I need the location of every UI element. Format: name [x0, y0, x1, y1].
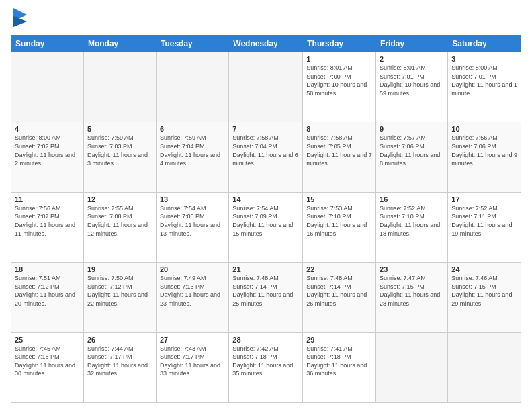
- weekday-thursday: Thursday: [303, 36, 376, 52]
- day-number: 8: [306, 125, 372, 133]
- calendar-cell: [11, 52, 84, 122]
- calendar-cell: 20Sunrise: 7:49 AMSunset: 7:13 PMDayligh…: [156, 263, 228, 332]
- calendar-cell: 24Sunrise: 7:46 AMSunset: 7:15 PMDayligh…: [448, 263, 521, 332]
- day-number: 5: [87, 125, 152, 133]
- weekday-friday: Friday: [376, 36, 448, 52]
- day-number: 11: [15, 195, 80, 203]
- day-number: 7: [232, 125, 299, 133]
- page: SundayMondayTuesdayWednesdayThursdayFrid…: [0, 0, 532, 411]
- day-number: 10: [451, 125, 517, 133]
- day-number: 12: [87, 195, 152, 203]
- day-info: Sunrise: 7:56 AMSunset: 7:07 PMDaylight:…: [15, 204, 80, 238]
- calendar-cell: [83, 52, 156, 122]
- calendar-cell: 23Sunrise: 7:47 AMSunset: 7:15 PMDayligh…: [376, 263, 448, 332]
- day-number: 26: [87, 336, 152, 344]
- weekday-tuesday: Tuesday: [156, 36, 228, 52]
- day-number: 17: [451, 195, 517, 203]
- header: [11, 8, 521, 30]
- calendar-cell: 3Sunrise: 8:00 AMSunset: 7:01 PMDaylight…: [448, 52, 521, 122]
- calendar-cell: [156, 52, 228, 122]
- day-info: Sunrise: 7:49 AMSunset: 7:13 PMDaylight:…: [160, 274, 225, 308]
- week-row-2: 4Sunrise: 8:00 AMSunset: 7:02 PMDaylight…: [11, 122, 521, 192]
- day-number: 25: [15, 336, 80, 344]
- calendar-cell: 13Sunrise: 7:54 AMSunset: 7:08 PMDayligh…: [156, 192, 228, 262]
- day-info: Sunrise: 7:44 AMSunset: 7:17 PMDaylight:…: [87, 345, 152, 378]
- day-number: 4: [15, 125, 80, 133]
- day-info: Sunrise: 7:52 AMSunset: 7:10 PMDaylight:…: [380, 204, 444, 238]
- day-info: Sunrise: 7:59 AMSunset: 7:03 PMDaylight:…: [87, 134, 152, 167]
- calendar-cell: 8Sunrise: 7:58 AMSunset: 7:05 PMDaylight…: [303, 122, 376, 192]
- calendar-cell: [376, 332, 448, 402]
- day-number: 1: [306, 55, 372, 63]
- day-number: 22: [306, 265, 372, 273]
- calendar-cell: 16Sunrise: 7:52 AMSunset: 7:10 PMDayligh…: [376, 192, 448, 262]
- day-info: Sunrise: 7:54 AMSunset: 7:09 PMDaylight:…: [232, 204, 299, 238]
- calendar-cell: 11Sunrise: 7:56 AMSunset: 7:07 PMDayligh…: [11, 192, 84, 262]
- day-info: Sunrise: 7:57 AMSunset: 7:06 PMDaylight:…: [380, 134, 444, 167]
- weekday-sunday: Sunday: [11, 36, 84, 52]
- day-info: Sunrise: 7:50 AMSunset: 7:12 PMDaylight:…: [87, 274, 152, 308]
- day-info: Sunrise: 8:01 AMSunset: 7:00 PMDaylight:…: [306, 64, 372, 97]
- day-number: 29: [306, 336, 372, 344]
- day-number: 28: [232, 336, 299, 344]
- day-number: 15: [306, 195, 372, 203]
- calendar-cell: 29Sunrise: 7:41 AMSunset: 7:18 PMDayligh…: [303, 332, 376, 402]
- calendar-cell: 4Sunrise: 8:00 AMSunset: 7:02 PMDaylight…: [11, 122, 84, 192]
- day-number: 13: [160, 195, 225, 203]
- day-info: Sunrise: 7:53 AMSunset: 7:10 PMDaylight:…: [306, 204, 372, 238]
- calendar-cell: 6Sunrise: 7:59 AMSunset: 7:04 PMDaylight…: [156, 122, 228, 192]
- weekday-saturday: Saturday: [448, 36, 521, 52]
- calendar-cell: 7Sunrise: 7:58 AMSunset: 7:04 PMDaylight…: [229, 122, 303, 192]
- day-number: 19: [87, 265, 152, 273]
- day-number: 6: [160, 125, 225, 133]
- calendar-cell: 27Sunrise: 7:43 AMSunset: 7:17 PMDayligh…: [156, 332, 228, 402]
- calendar-cell: 22Sunrise: 7:48 AMSunset: 7:14 PMDayligh…: [303, 263, 376, 332]
- calendar-cell: 18Sunrise: 7:51 AMSunset: 7:12 PMDayligh…: [11, 263, 84, 332]
- day-number: 2: [380, 55, 444, 63]
- day-info: Sunrise: 7:47 AMSunset: 7:15 PMDaylight:…: [380, 274, 444, 308]
- calendar-cell: [229, 52, 303, 122]
- day-info: Sunrise: 8:00 AMSunset: 7:01 PMDaylight:…: [451, 64, 517, 97]
- day-number: 20: [160, 265, 225, 273]
- logo-icon: [13, 8, 27, 30]
- day-info: Sunrise: 7:51 AMSunset: 7:12 PMDaylight:…: [15, 274, 80, 308]
- day-info: Sunrise: 7:41 AMSunset: 7:18 PMDaylight:…: [306, 345, 372, 378]
- calendar-cell: 26Sunrise: 7:44 AMSunset: 7:17 PMDayligh…: [83, 332, 156, 402]
- calendar-cell: 10Sunrise: 7:56 AMSunset: 7:06 PMDayligh…: [448, 122, 521, 192]
- day-number: 21: [232, 265, 299, 273]
- calendar-cell: 5Sunrise: 7:59 AMSunset: 7:03 PMDaylight…: [83, 122, 156, 192]
- day-info: Sunrise: 7:55 AMSunset: 7:08 PMDaylight:…: [87, 204, 152, 238]
- calendar-cell: 14Sunrise: 7:54 AMSunset: 7:09 PMDayligh…: [229, 192, 303, 262]
- day-info: Sunrise: 7:58 AMSunset: 7:04 PMDaylight:…: [232, 134, 299, 167]
- calendar-cell: 15Sunrise: 7:53 AMSunset: 7:10 PMDayligh…: [303, 192, 376, 262]
- weekday-wednesday: Wednesday: [229, 36, 303, 52]
- calendar-table: SundayMondayTuesdayWednesdayThursdayFrid…: [11, 35, 521, 403]
- day-number: 14: [232, 195, 299, 203]
- day-number: 3: [451, 55, 517, 63]
- weekday-monday: Monday: [83, 36, 156, 52]
- day-number: 27: [160, 336, 225, 344]
- day-info: Sunrise: 7:43 AMSunset: 7:17 PMDaylight:…: [160, 345, 225, 378]
- week-row-4: 18Sunrise: 7:51 AMSunset: 7:12 PMDayligh…: [11, 263, 521, 332]
- calendar-cell: 28Sunrise: 7:42 AMSunset: 7:18 PMDayligh…: [229, 332, 303, 402]
- logo: [11, 8, 27, 30]
- day-info: Sunrise: 8:01 AMSunset: 7:01 PMDaylight:…: [380, 64, 444, 97]
- day-number: 9: [380, 125, 444, 133]
- calendar-cell: 17Sunrise: 7:52 AMSunset: 7:11 PMDayligh…: [448, 192, 521, 262]
- calendar-cell: 2Sunrise: 8:01 AMSunset: 7:01 PMDaylight…: [376, 52, 448, 122]
- day-number: 24: [451, 265, 517, 273]
- week-row-1: 1Sunrise: 8:01 AMSunset: 7:00 PMDaylight…: [11, 52, 521, 122]
- day-info: Sunrise: 7:42 AMSunset: 7:18 PMDaylight:…: [232, 345, 299, 378]
- calendar-cell: [448, 332, 521, 402]
- calendar-cell: 21Sunrise: 7:48 AMSunset: 7:14 PMDayligh…: [229, 263, 303, 332]
- calendar-cell: 9Sunrise: 7:57 AMSunset: 7:06 PMDaylight…: [376, 122, 448, 192]
- day-info: Sunrise: 7:48 AMSunset: 7:14 PMDaylight:…: [232, 274, 299, 308]
- day-info: Sunrise: 7:46 AMSunset: 7:15 PMDaylight:…: [451, 274, 517, 308]
- calendar-cell: 12Sunrise: 7:55 AMSunset: 7:08 PMDayligh…: [83, 192, 156, 262]
- day-info: Sunrise: 7:48 AMSunset: 7:14 PMDaylight:…: [306, 274, 372, 308]
- day-number: 18: [15, 265, 80, 273]
- calendar-cell: 19Sunrise: 7:50 AMSunset: 7:12 PMDayligh…: [83, 263, 156, 332]
- day-info: Sunrise: 7:59 AMSunset: 7:04 PMDaylight:…: [160, 134, 225, 167]
- day-info: Sunrise: 7:56 AMSunset: 7:06 PMDaylight:…: [451, 134, 517, 167]
- week-row-3: 11Sunrise: 7:56 AMSunset: 7:07 PMDayligh…: [11, 192, 521, 262]
